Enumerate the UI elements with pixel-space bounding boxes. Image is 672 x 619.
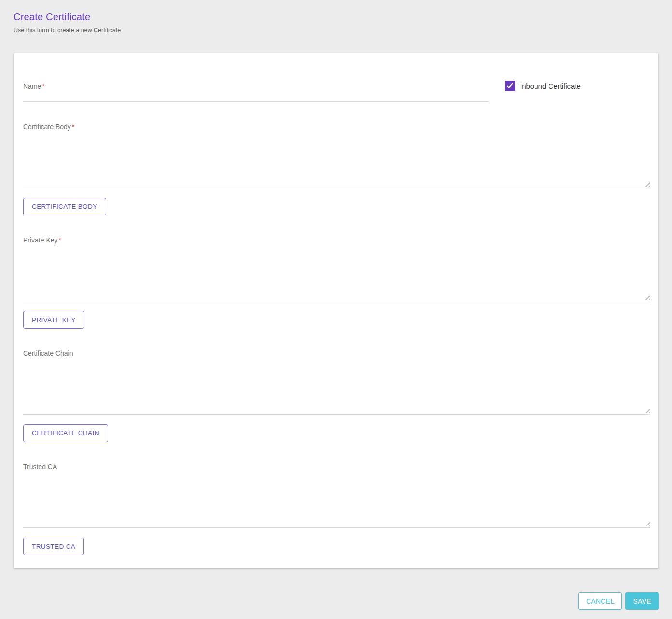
name-label-text: Name xyxy=(23,82,41,90)
inbound-certificate-checkbox[interactable] xyxy=(505,81,515,91)
trusted-ca-textarea-wrap xyxy=(23,473,650,528)
footer-actions: CANCEL SAVE xyxy=(0,592,672,610)
certificate-chain-label-text: Certificate Chain xyxy=(23,350,73,357)
name-label: Name* xyxy=(23,82,489,90)
certificate-body-textarea[interactable] xyxy=(23,134,650,188)
inbound-certificate-label: Inbound Certificate xyxy=(520,82,581,90)
inbound-certificate-checkbox-group[interactable]: Inbound Certificate xyxy=(505,81,581,91)
private-key-field: Private Key* PRIVATE KEY xyxy=(23,236,650,329)
name-field: Name* xyxy=(23,82,489,102)
private-key-textarea[interactable] xyxy=(23,247,650,301)
page-title: Create Certificate xyxy=(14,12,658,23)
page-subtitle: Use this form to create a new Certificat… xyxy=(14,27,658,34)
name-required-marker: * xyxy=(42,82,44,90)
name-row: Name* Inbound Certificate xyxy=(23,82,650,102)
certificate-body-required-marker: * xyxy=(72,123,74,131)
certificate-chain-field: Certificate Chain CERTIFICATE CHAIN xyxy=(23,350,650,442)
certificate-chain-textarea[interactable] xyxy=(23,360,650,414)
certificate-body-upload-button[interactable]: CERTIFICATE BODY xyxy=(23,198,106,215)
certificate-chain-textarea-wrap xyxy=(23,360,650,415)
trusted-ca-field: Trusted CA TRUSTED CA xyxy=(23,463,650,555)
create-certificate-form-card: Name* Inbound Certificate Certificate Bo… xyxy=(14,53,658,568)
certificate-body-label-text: Certificate Body xyxy=(23,123,71,131)
save-button[interactable]: SAVE xyxy=(625,592,659,610)
private-key-upload-button[interactable]: PRIVATE KEY xyxy=(23,311,84,329)
page-header: Create Certificate Use this form to crea… xyxy=(0,0,672,34)
cancel-button[interactable]: CANCEL xyxy=(578,592,622,610)
private-key-label-text: Private Key xyxy=(23,236,58,244)
trusted-ca-label-text: Trusted CA xyxy=(23,463,57,471)
certificate-body-textarea-wrap xyxy=(23,134,650,188)
trusted-ca-label: Trusted CA xyxy=(23,463,650,471)
trusted-ca-textarea[interactable] xyxy=(23,473,650,527)
certificate-body-field: Certificate Body* CERTIFICATE BODY xyxy=(23,123,650,215)
trusted-ca-upload-button[interactable]: TRUSTED CA xyxy=(23,538,84,555)
certificate-body-label: Certificate Body* xyxy=(23,123,650,131)
private-key-required-marker: * xyxy=(59,236,61,244)
private-key-label: Private Key* xyxy=(23,236,650,244)
name-input[interactable] xyxy=(23,91,489,102)
private-key-textarea-wrap xyxy=(23,247,650,301)
check-icon xyxy=(507,83,513,89)
certificate-chain-upload-button[interactable]: CERTIFICATE CHAIN xyxy=(23,424,108,442)
certificate-chain-label: Certificate Chain xyxy=(23,350,650,357)
